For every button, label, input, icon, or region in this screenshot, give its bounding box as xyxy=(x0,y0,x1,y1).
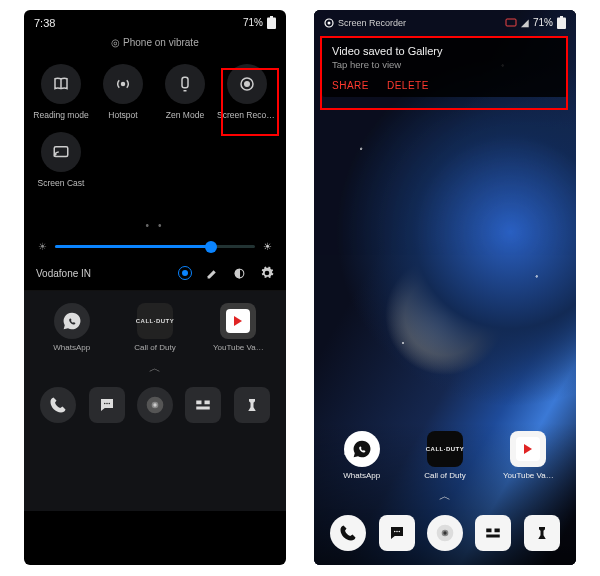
app-label: YouTube Va… xyxy=(211,343,265,352)
pubg-icon xyxy=(243,396,261,414)
dock xyxy=(30,383,280,431)
svg-rect-20 xyxy=(557,18,566,30)
grid-icon xyxy=(194,396,212,414)
brightness-high-icon: ☀ xyxy=(263,241,272,252)
app-drawer-handle[interactable]: ︿ xyxy=(320,488,570,505)
vibrate-indicator: ◎ Phone on vibrate xyxy=(24,33,286,58)
cod-icon: CALL·DUTY xyxy=(137,303,173,339)
dock-messages[interactable] xyxy=(379,515,415,551)
app-drawer-handle[interactable]: ︿ xyxy=(30,360,280,377)
status-icons: 71% xyxy=(243,16,276,29)
app-youtube[interactable]: YouTube Va… xyxy=(211,303,265,352)
dock-pubg[interactable] xyxy=(234,387,270,423)
tile-screen-recorder[interactable]: Screen Recorder xyxy=(216,64,278,120)
theme-icon[interactable] xyxy=(233,267,246,280)
cast-status-icon xyxy=(505,18,517,28)
svg-point-10 xyxy=(108,403,110,405)
whatsapp-icon xyxy=(62,311,82,331)
tile-label: Reading mode xyxy=(31,110,91,120)
record-dot-icon xyxy=(324,18,334,28)
whatsapp-icon xyxy=(352,439,372,459)
tile-label: Hotspot xyxy=(93,110,153,120)
svg-point-18 xyxy=(328,21,331,24)
svg-point-23 xyxy=(396,531,398,533)
dock-app-grid[interactable] xyxy=(185,387,221,423)
tile-label: Zen Mode xyxy=(155,110,215,120)
edit-icon[interactable] xyxy=(206,267,219,280)
status-bar: 7:38 71% xyxy=(24,10,286,33)
carrier-label: Vodafone IN xyxy=(36,268,91,279)
notification-toast[interactable]: Video saved to Gallery Tap here to view … xyxy=(322,37,568,97)
chrome-icon xyxy=(435,523,455,543)
svg-point-9 xyxy=(106,403,108,405)
battery-icon xyxy=(267,16,276,29)
dock-phone[interactable] xyxy=(40,387,76,423)
grid-icon xyxy=(484,524,502,542)
slider-thumb[interactable] xyxy=(205,241,217,253)
home-screen: WhatsApp CALL·DUTY Call of Duty YouTube … xyxy=(314,423,576,565)
toast-title: Video saved to Gallery xyxy=(332,45,558,57)
app-call-of-duty[interactable]: CALL·DUTY Call of Duty xyxy=(418,431,472,480)
svg-rect-15 xyxy=(205,401,210,405)
toast-share-button[interactable]: SHARE xyxy=(332,80,369,91)
svg-rect-21 xyxy=(560,16,563,18)
zen-icon xyxy=(176,75,194,93)
status-icons: ◢ 71% xyxy=(505,16,566,29)
battery-text: 71% xyxy=(243,17,263,28)
pubg-icon xyxy=(533,524,551,542)
cod-icon: CALL·DUTY xyxy=(427,431,463,467)
svg-rect-29 xyxy=(495,529,500,533)
brightness-low-icon: ☀ xyxy=(38,241,47,252)
app-label: Call of Duty xyxy=(418,471,472,480)
brightness-slider[interactable]: ☀ ☀ xyxy=(24,237,286,262)
app-whatsapp[interactable]: WhatsApp xyxy=(45,303,99,352)
svg-rect-16 xyxy=(197,407,211,410)
qs-footer: Vodafone IN xyxy=(24,262,286,290)
dock-messages[interactable] xyxy=(89,387,125,423)
svg-rect-3 xyxy=(182,77,188,88)
svg-rect-19 xyxy=(506,19,516,26)
messages-icon xyxy=(388,524,406,542)
phone-icon xyxy=(339,524,357,542)
battery-icon xyxy=(557,16,566,29)
dock-phone[interactable] xyxy=(330,515,366,551)
toast-delete-button[interactable]: DELETE xyxy=(387,80,429,91)
slider-track[interactable] xyxy=(55,245,255,248)
dock-chrome[interactable] xyxy=(427,515,463,551)
battery-text: 71% xyxy=(533,17,553,28)
dock-chrome[interactable] xyxy=(137,387,173,423)
phone-icon xyxy=(49,396,67,414)
dock xyxy=(320,511,570,559)
toast-subtitle: Tap here to view xyxy=(332,59,558,70)
messages-icon xyxy=(98,396,116,414)
app-youtube[interactable]: YouTube Va… xyxy=(501,431,555,480)
user-icon[interactable] xyxy=(178,266,192,280)
svg-rect-6 xyxy=(54,147,68,157)
recording-label: Screen Recorder xyxy=(338,18,406,28)
svg-point-22 xyxy=(394,531,396,533)
chrome-icon xyxy=(145,395,165,415)
svg-point-27 xyxy=(443,531,446,534)
youtube-icon xyxy=(220,303,256,339)
page-indicator: • • xyxy=(24,220,286,231)
tile-hotspot[interactable]: Hotspot xyxy=(92,64,154,120)
status-bar: Screen Recorder ◢ 71% xyxy=(314,10,576,33)
vibrate-text: Phone on vibrate xyxy=(123,37,199,48)
dock-app-grid[interactable] xyxy=(475,515,511,551)
cast-icon xyxy=(52,143,70,161)
tile-screen-cast[interactable]: Screen Cast xyxy=(30,132,92,188)
svg-rect-14 xyxy=(197,401,202,405)
app-whatsapp[interactable]: WhatsApp xyxy=(335,431,389,480)
hotspot-icon xyxy=(114,75,132,93)
tile-zen-mode[interactable]: Zen Mode xyxy=(154,64,216,120)
youtube-icon xyxy=(510,431,546,467)
svg-point-5 xyxy=(245,82,250,87)
app-label: WhatsApp xyxy=(335,471,389,480)
tile-reading-mode[interactable]: Reading mode xyxy=(30,64,92,120)
gear-icon[interactable] xyxy=(260,266,274,280)
dock-pubg[interactable] xyxy=(524,515,560,551)
svg-rect-30 xyxy=(487,535,501,538)
app-call-of-duty[interactable]: CALL·DUTY Call of Duty xyxy=(128,303,182,352)
app-label: WhatsApp xyxy=(45,343,99,352)
app-row: WhatsApp CALL·DUTY Call of Duty YouTube … xyxy=(30,303,280,352)
